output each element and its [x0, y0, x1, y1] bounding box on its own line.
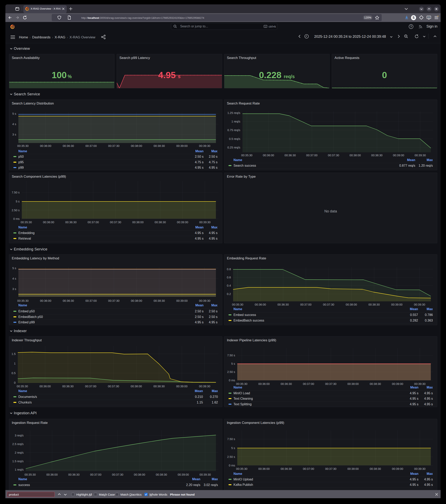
- svg-text:?: ?: [410, 25, 412, 28]
